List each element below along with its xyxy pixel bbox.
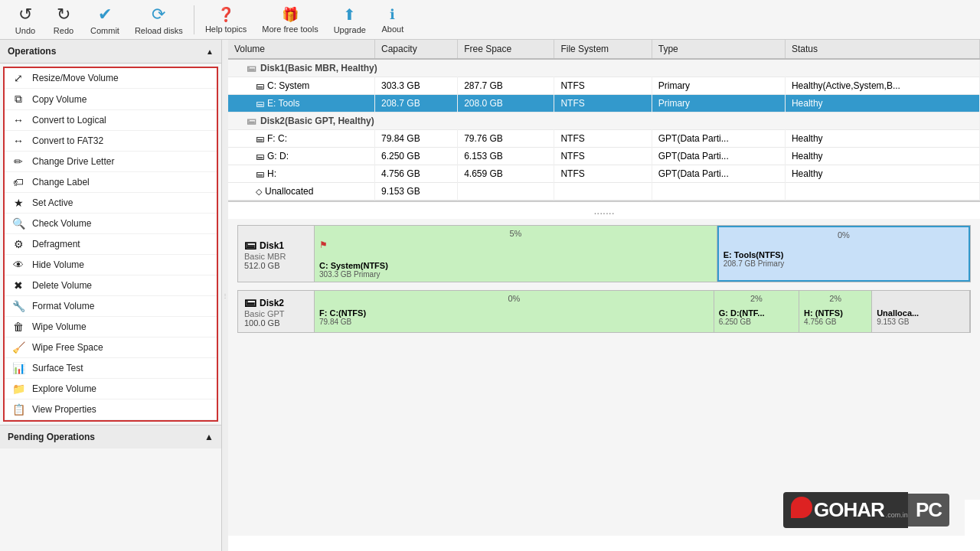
disk2-size: 100.0 GB <box>244 318 308 328</box>
disk2-part2-pct: 2% <box>799 294 871 303</box>
redo-label: Redo <box>54 26 74 35</box>
ops-item-convert_logical[interactable]: ↔Convert to Logical <box>5 110 217 131</box>
ops-item-set_active[interactable]: ★Set Active <box>5 193 217 214</box>
vol-fs: NTFS <box>554 77 652 95</box>
ops-item-surface_test[interactable]: 📊Surface Test <box>5 358 217 379</box>
wipe_volume-label: Wipe Volume <box>32 321 87 332</box>
col-freespace: Free Space <box>458 40 554 59</box>
view_props-icon: 📋 <box>11 403 26 416</box>
pending-title: Pending Operations <box>8 432 95 442</box>
vol-free: 287.7 GB <box>458 77 554 95</box>
pending-section: Pending Operations ▲ <box>0 425 221 448</box>
vol-type: GPT(Data Parti... <box>652 130 785 148</box>
main-layout: Operations ▲ ⤢Resize/Move Volume⧉Copy Vo… <box>0 40 980 551</box>
vol-fs: NTFS <box>554 165 652 183</box>
vol-free: 208.0 GB <box>458 95 554 112</box>
logo-com-text: .com.in <box>886 511 908 519</box>
ops-item-format_volume[interactable]: 🔧Format Volume <box>5 296 217 317</box>
logo-area: GOHAR .com.in PC <box>228 484 965 536</box>
disk1-size: 512.0 GB <box>244 261 308 270</box>
ops-item-explore[interactable]: 📁Explore Volume <box>5 379 217 399</box>
divider1 <box>194 5 194 34</box>
disk1-part0-pct: 5% <box>315 229 717 238</box>
about-label: About <box>382 24 404 34</box>
upgrade-button[interactable]: ⬆ Upgrade <box>326 4 374 36</box>
ops-item-view_props[interactable]: 📋View Properties <box>5 399 217 420</box>
vol-free: 4.659 GB <box>458 165 554 183</box>
ops-item-check_volume[interactable]: 🔍Check Volume <box>5 214 217 234</box>
disk2-partition-2[interactable]: 2%H: (NTFS)4.756 GB <box>799 291 872 332</box>
disk1-hdd-icon: 🖴 <box>244 238 256 251</box>
ops-item-change_label[interactable]: 🏷Change Label <box>5 172 217 193</box>
morefree-button[interactable]: 🎁 More free tools <box>254 5 325 35</box>
vol-status <box>785 183 979 201</box>
commit-button[interactable]: ✔ Commit <box>83 3 127 37</box>
vol-status: Healthy <box>785 148 979 165</box>
convert_logical-label: Convert to Logical <box>32 115 106 126</box>
disk1-partition-0[interactable]: 5%⚑C: System(NTFS)303.3 GB Primary <box>315 226 717 282</box>
ops-item-copy[interactable]: ⧉Copy Volume <box>5 89 217 110</box>
disk2-row-1[interactable]: 🖴G: D: 6.250 GB 6.153 GB NTFS GPT(Data P… <box>228 148 980 165</box>
explore-label: Explore Volume <box>32 383 96 394</box>
about-button[interactable]: ℹ About <box>374 5 412 35</box>
vol-type: GPT(Data Parti... <box>652 165 785 183</box>
ops-item-resize[interactable]: ⤢Resize/Move Volume <box>5 68 217 89</box>
vol-capacity: 9.153 GB <box>375 183 458 201</box>
copy-label: Copy Volume <box>32 94 87 105</box>
disk1-partitions: 5%⚑C: System(NTFS)303.3 GB Primary0%E: T… <box>315 226 970 282</box>
disk2-part0-info: 79.84 GB <box>319 318 709 326</box>
explore-icon: 📁 <box>11 383 26 395</box>
disk2-row-0[interactable]: 🖴F: C: 79.84 GB 79.76 GB NTFS GPT(Data P… <box>228 130 980 148</box>
ops-item-change_letter[interactable]: ✏Change Drive Letter <box>5 152 217 172</box>
operations-chevron[interactable]: ▲ <box>206 47 214 56</box>
disk-row-disk1: 🖴Disk1 Basic MBR 512.0 GB 5%⚑C: System(N… <box>237 225 971 282</box>
vol-fs: NTFS <box>554 130 652 148</box>
resize-label: Resize/Move Volume <box>32 73 119 83</box>
disk2-partition-3[interactable]: Unalloca...9.153 GB <box>872 291 970 332</box>
commit-label: Commit <box>90 26 119 35</box>
change_label-label: Change Label <box>32 177 90 187</box>
resize-handle[interactable]: ⋮ <box>222 40 228 551</box>
disk2-header: 🖴Disk2(Basic GPT, Healthy) <box>228 112 980 130</box>
pending-chevron[interactable]: ▲ <box>204 432 214 442</box>
disk1-partition-1[interactable]: 0%E: Tools(NTFS)208.7 GB Primary <box>717 226 970 282</box>
disk1-row-0[interactable]: 🖴C: System 303.3 GB 287.7 GB NTFS Primar… <box>228 77 980 95</box>
disk1-part1-name: E: Tools(NTFS) <box>724 250 964 259</box>
vol-type: GPT(Data Parti... <box>652 148 785 165</box>
disk2-partition-1[interactable]: 2%G: D:(NTF...6.250 GB <box>714 291 799 332</box>
ops-item-hide_volume[interactable]: 👁Hide Volume <box>5 255 217 276</box>
vol-capacity: 4.756 GB <box>375 165 458 183</box>
ops-item-defragment[interactable]: ⚙Defragment <box>5 234 217 255</box>
disk2-type: Basic GPT <box>244 309 308 318</box>
ops-item-wipe_volume[interactable]: 🗑Wipe Volume <box>5 317 217 337</box>
ops-item-delete_volume[interactable]: ✖Delete Volume <box>5 276 217 296</box>
redo-button[interactable]: ↻ Redo <box>44 3 83 37</box>
vol-fs: NTFS <box>554 95 652 112</box>
disk1-header-row[interactable]: 🖴Disk1(Basic MBR, Healthy) <box>228 59 980 77</box>
disk2-header-row[interactable]: 🖴Disk2(Basic GPT, Healthy) <box>228 112 980 130</box>
sidebar: Operations ▲ ⤢Resize/Move Volume⧉Copy Vo… <box>0 40 222 551</box>
vol-name: 🖴H: <box>228 165 375 183</box>
disk2-row-2[interactable]: 🖴H: 4.756 GB 4.659 GB NTFS GPT(Data Part… <box>228 165 980 183</box>
vol-free: 6.153 GB <box>458 148 554 165</box>
ops-item-convert_fat32[interactable]: ↔Convert to FAT32 <box>5 131 217 152</box>
disk2-part1-name: G: D:(NTF... <box>719 308 794 318</box>
vol-free <box>458 183 554 201</box>
reload-button[interactable]: ⟳ Reload disks <box>127 3 191 37</box>
convert_fat32-icon: ↔ <box>11 135 26 147</box>
help-button[interactable]: ❓ Help topics <box>198 5 254 35</box>
undo-button[interactable]: ↺ Undo <box>6 3 44 37</box>
disk2-partition-0[interactable]: 0%F: C:(NTFS)79.84 GB <box>315 291 714 332</box>
surface_test-label: Surface Test <box>32 363 83 373</box>
col-status: Status <box>785 40 979 59</box>
disk1-row-1[interactable]: 🖴E: Tools 208.7 GB 208.0 GB NTFS Primary… <box>228 95 980 112</box>
vol-capacity: 303.3 GB <box>375 77 458 95</box>
ops-item-wipe_free[interactable]: 🧹Wipe Free Space <box>5 337 217 358</box>
copy-icon: ⧉ <box>11 93 26 106</box>
format_volume-label: Format Volume <box>32 301 94 311</box>
check_volume-label: Check Volume <box>32 218 91 229</box>
vol-capacity: 79.84 GB <box>375 130 458 148</box>
content-area: Volume Capacity Free Space File System T… <box>228 40 980 551</box>
reload-label: Reload disks <box>135 26 183 35</box>
disk2-row-3[interactable]: ◇Unallocated 9.153 GB <box>228 183 980 201</box>
